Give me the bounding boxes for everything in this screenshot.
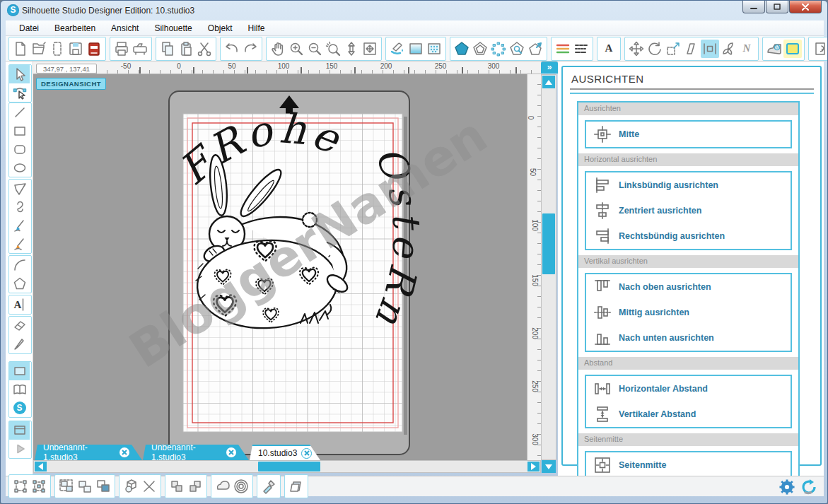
horizontal-scrollbar[interactable] [33,460,541,473]
text-style-button[interactable]: A [600,40,618,58]
undo-button[interactable] [223,40,241,58]
eraser-tool[interactable] [9,317,30,335]
fill-pattern-button[interactable] [425,40,443,58]
tab-close-button[interactable] [226,447,236,457]
select-tool[interactable] [9,65,30,83]
align-center-button[interactable]: Zentriert ausrichten [586,198,791,223]
align-vcenter-button[interactable]: Mittig ausrichten [586,300,791,325]
arc-tool[interactable] [9,256,30,274]
sketch-layers-button[interactable] [287,477,305,496]
scroll-right-button[interactable] [527,462,540,471]
redo-button[interactable] [241,40,260,58]
shape-scale-button[interactable] [526,40,544,58]
design-page-button[interactable] [9,421,30,440]
line-style-button[interactable] [572,40,590,58]
minimize-button[interactable] [742,1,765,13]
pixscan-button[interactable]: M [765,40,783,58]
delete-button[interactable] [140,477,158,496]
design-view-button[interactable] [9,362,30,380]
edit-points-button[interactable] [489,40,508,58]
edit-points-all-button[interactable] [11,477,30,496]
maximize-button[interactable] [766,1,788,13]
menu-bearbeiten[interactable]: Bearbeiten [47,21,103,35]
modify-button[interactable] [719,40,737,58]
group-button[interactable] [57,477,76,496]
align-button[interactable] [701,40,719,58]
trace-button[interactable] [783,40,802,58]
copy-button[interactable] [158,40,177,58]
title-bar[interactable]: S Silhouette Studio Designer Edition: 10… [1,1,827,20]
store-button[interactable]: S [9,399,30,417]
tab-close-button[interactable] [301,448,312,459]
curve-tool[interactable] [9,198,30,216]
tab-unbenannt-2[interactable]: Unbenannt-1.studio3 [143,445,249,460]
ellipse-tool[interactable] [9,158,30,177]
scroll-left-button[interactable] [35,462,47,471]
preferences-gear-icon[interactable] [779,479,795,495]
preview-button[interactable] [9,440,30,458]
move-button[interactable] [627,40,646,58]
panel-expand-button[interactable]: » [541,61,558,74]
save-to-library-button[interactable] [85,40,103,58]
library-button[interactable] [9,380,30,399]
tab-10-studio3[interactable]: 10.studio3 [250,445,320,460]
concentric-offset-button[interactable] [232,477,250,496]
save-button[interactable] [66,40,85,58]
pan-button[interactable] [269,40,287,58]
align-top-button[interactable]: Nach oben ausrichten [586,274,791,300]
line-color-button[interactable] [554,40,572,58]
compound-path-button[interactable] [214,477,232,496]
text-tool[interactable]: A [9,295,30,314]
shear-button[interactable] [682,40,701,58]
vertical-scroll-thumb[interactable] [542,213,555,274]
paste-button[interactable] [177,40,195,58]
vertical-scrollbar[interactable] [541,74,556,460]
template-button[interactable] [48,40,66,58]
center-to-page-button[interactable]: Seitenmitte [586,452,791,478]
fill-color-button[interactable] [388,40,407,58]
align-left-button[interactable]: Linksbündig ausrichten [586,172,791,198]
duplicate-right-button[interactable] [186,477,204,496]
cut-button[interactable] [195,40,214,58]
horizontal-scroll-thumb[interactable] [258,462,320,471]
open-button[interactable] [30,40,48,58]
regular-polygon-tool[interactable] [9,274,30,293]
weld-3d-button[interactable] [122,477,140,496]
edit-points-selected-button[interactable] [30,477,48,496]
shape-fill-button[interactable] [453,40,471,58]
menu-ansicht[interactable]: Ansicht [103,21,146,35]
zoom-in-button[interactable] [287,40,305,58]
tab-close-button[interactable] [119,447,129,457]
eyedropper-button[interactable] [260,477,278,496]
merge-button[interactable] [94,477,112,496]
freehand-tool[interactable] [9,216,30,235]
rotate-button[interactable] [646,40,664,58]
design-canvas[interactable]: FRohe OsteRn [33,74,541,460]
align-bottom-button[interactable]: Nach unten ausrichten [586,325,791,351]
zoom-selection-button[interactable] [324,40,342,58]
tab-unbenannt-1[interactable]: Unbenannt-1.studio3 [35,445,142,460]
rounded-rectangle-tool[interactable] [9,140,30,158]
scroll-up-button[interactable] [542,76,555,88]
align-right-button[interactable]: Rechtsbündig ausrichten [586,223,791,249]
shape-offset-button[interactable] [471,40,489,58]
print-button[interactable] [112,40,131,58]
rectangle-tool[interactable] [9,122,30,140]
page-setup-button[interactable] [811,40,828,58]
align-middle-button[interactable]: Mitte [586,122,791,147]
new-document-button[interactable] [11,40,30,58]
close-button[interactable] [789,1,822,13]
menu-datei[interactable]: Datei [11,21,47,35]
fill-gradient-button[interactable] [407,40,425,58]
scale-button[interactable] [664,40,682,58]
pattern-button[interactable]: N [737,40,756,58]
knife-tool[interactable] [9,335,30,353]
space-vertical-button[interactable]: Vertikaler Abstand [586,402,791,427]
shape-magnify-button[interactable] [508,40,526,58]
menu-objekt[interactable]: Objekt [200,21,240,35]
smooth-freehand-tool[interactable] [9,235,30,253]
menu-silhouette[interactable]: Silhouette [146,21,199,35]
duplicate-left-button[interactable] [168,477,186,496]
zoom-drag-button[interactable] [342,40,361,58]
space-horizontal-button[interactable]: Horizontaler Abstand [586,376,791,402]
